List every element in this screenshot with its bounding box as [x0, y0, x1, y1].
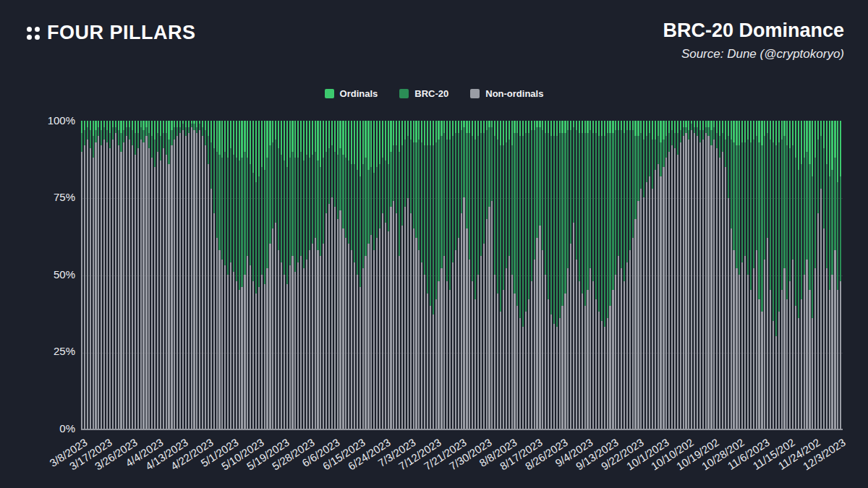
stacked-bar [488, 121, 490, 429]
stacked-bar [247, 121, 248, 429]
stacked-bar [98, 121, 99, 429]
stacked-bar [663, 121, 664, 429]
stacked-bar [728, 121, 729, 429]
stacked-bar [337, 121, 339, 429]
stacked-bar [783, 121, 785, 429]
stacked-bar [145, 121, 147, 429]
stacked-bar [176, 121, 178, 429]
stacked-bar [685, 121, 686, 429]
stacked-bar [458, 121, 459, 429]
chart-title: BRC-20 Dominance [663, 20, 844, 42]
stacked-bar [483, 121, 485, 429]
stacked-bar [157, 121, 158, 429]
stacked-bar [404, 121, 406, 429]
stacked-bar [126, 121, 127, 429]
stacked-bar [449, 121, 451, 429]
stacked-bar [362, 121, 364, 429]
stacked-bar [713, 121, 715, 429]
stacked-bar [618, 121, 619, 429]
stacked-bar [294, 121, 296, 429]
stacked-bar [660, 121, 661, 429]
stacked-bar [688, 121, 689, 429]
stacked-bar [258, 121, 260, 429]
legend-label: Ordinals [340, 88, 378, 99]
legend-label: Non-ordinals [485, 88, 543, 99]
stacked-bar [764, 121, 765, 429]
stacked-bar [556, 121, 558, 429]
stacked-bar [646, 121, 647, 429]
stacked-bar [292, 121, 293, 429]
stacked-bar [382, 121, 383, 429]
stacked-bar [607, 121, 608, 429]
stacked-bar [680, 121, 681, 429]
stacked-bar [328, 121, 330, 429]
stacked-bar [731, 121, 732, 429]
stacked-bar [775, 121, 777, 429]
stacked-bar [506, 121, 507, 429]
stacked-bar [278, 121, 279, 429]
stacked-bar [424, 121, 425, 429]
stacked-bar [154, 121, 156, 429]
stacked-bar [671, 121, 673, 429]
stacked-bar [452, 121, 454, 429]
stacked-bar [390, 121, 391, 429]
legend-item-brc20: BRC-20 [399, 88, 448, 99]
y-axis: 100% 75% 50% 25% 0% [0, 0, 75, 488]
stacked-bar [433, 121, 434, 429]
stacked-bar [87, 121, 88, 429]
stacked-bar [707, 121, 709, 429]
stacked-bar [348, 121, 349, 429]
stacked-bar [542, 121, 543, 429]
stacked-bar [224, 121, 226, 429]
stacked-bar [339, 121, 341, 429]
stacked-bar [795, 121, 796, 429]
stacked-bar [272, 121, 273, 429]
stacked-bar [312, 121, 313, 429]
y-tick-label: 100% [0, 114, 75, 127]
stacked-bar [576, 121, 577, 429]
stacked-bar [773, 121, 774, 429]
stacked-bar [182, 121, 184, 429]
stacked-bar [427, 121, 428, 429]
stacked-bar [612, 121, 613, 429]
stacked-bar [548, 121, 549, 429]
stacked-bar [536, 121, 537, 429]
stacked-bar [528, 121, 529, 429]
stacked-bar [342, 121, 344, 429]
stacked-bar [151, 121, 153, 429]
stacked-bar [109, 121, 111, 429]
stacked-bar [500, 121, 501, 429]
stacked-bar [137, 121, 139, 429]
stacked-bar [261, 121, 263, 429]
y-tick-label: 0% [0, 422, 75, 435]
stacked-bar [519, 121, 521, 429]
stacked-bar [545, 121, 546, 429]
stacked-bar [438, 121, 439, 429]
stacked-bar [694, 121, 695, 429]
stacked-bar [756, 121, 757, 429]
stacked-bar [702, 121, 704, 429]
stacked-bar [480, 121, 482, 429]
stacked-bar [227, 121, 229, 429]
stacked-bar [171, 121, 172, 429]
stacked-bar [652, 121, 653, 429]
stacked-bar [379, 121, 380, 429]
stacked-bar [587, 121, 588, 429]
stacked-bar [168, 121, 169, 429]
stacked-bar [241, 121, 242, 429]
stacked-bar [691, 121, 692, 429]
stacked-bar [357, 121, 358, 429]
stacked-bar [317, 121, 318, 429]
y-tick-label: 25% [0, 345, 75, 358]
stacked-bar [90, 121, 91, 429]
stacked-bar [677, 121, 678, 429]
stacked-bar [331, 121, 333, 429]
stacked-bar [266, 121, 268, 429]
stacked-bar [163, 121, 164, 429]
stacked-bar [309, 121, 310, 429]
stacked-bar [435, 121, 437, 429]
stacked-bar [564, 121, 566, 429]
stacked-bar [817, 121, 819, 429]
stacked-bar [135, 121, 136, 429]
stacked-bar [418, 121, 420, 429]
